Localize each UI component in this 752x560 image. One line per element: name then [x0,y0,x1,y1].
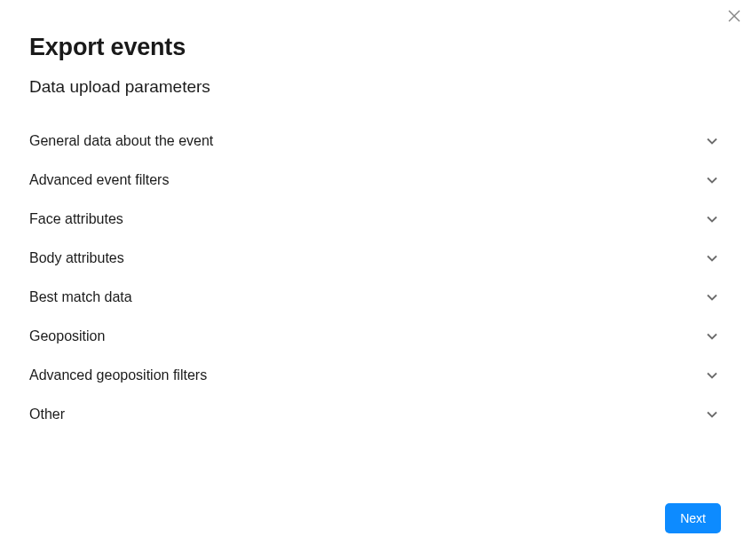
section-other[interactable]: Other [29,395,723,434]
section-label: Other [29,406,65,422]
chevron-down-icon [706,135,718,147]
section-label: General data about the event [29,133,213,149]
section-label: Geoposition [29,328,105,344]
close-button[interactable] [725,9,743,27]
section-label: Best match data [29,289,132,305]
chevron-down-icon [706,174,718,186]
chevron-down-icon [706,408,718,421]
next-button[interactable]: Next [665,503,721,533]
chevron-down-icon [706,369,718,382]
chevron-down-icon [706,252,718,264]
section-best-match-data[interactable]: Best match data [29,278,723,317]
chevron-down-icon [706,291,718,304]
modal-subtitle: Data upload parameters [29,77,723,97]
modal-title: Export events [29,34,723,61]
section-advanced-event-filters[interactable]: Advanced event filters [29,161,723,200]
section-label: Advanced geoposition filters [29,367,207,383]
close-icon [728,10,740,26]
section-label: Face attributes [29,211,123,227]
section-label: Body attributes [29,250,124,266]
chevron-down-icon [706,213,718,225]
section-body-attributes[interactable]: Body attributes [29,239,723,278]
chevron-down-icon [706,330,718,343]
section-geoposition[interactable]: Geoposition [29,317,723,356]
section-general-data[interactable]: General data about the event [29,122,723,161]
export-events-modal: Export events Data upload parameters Gen… [0,0,752,452]
section-label: Advanced event filters [29,172,169,188]
section-face-attributes[interactable]: Face attributes [29,200,723,239]
modal-footer: Next [665,503,721,533]
section-advanced-geoposition-filters[interactable]: Advanced geoposition filters [29,356,723,395]
